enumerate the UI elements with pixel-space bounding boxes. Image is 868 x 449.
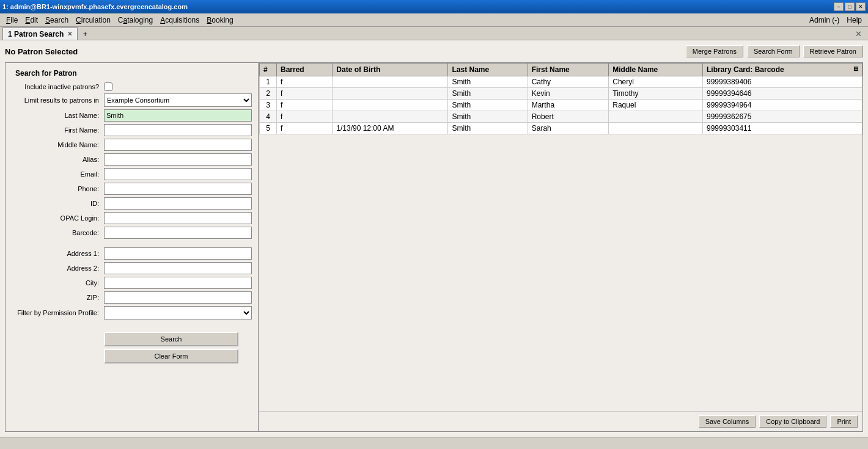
cell-barred: f [277,100,333,111]
cell-barcode: 99999394964 [703,100,862,111]
barcode-input[interactable] [104,227,252,239]
cell-num: 3 [260,100,277,111]
address2-input[interactable] [104,262,252,274]
title-bar: 1: admin@BR1-winxpvmfx.phasefx.evergreen… [0,0,868,13]
menu-booking[interactable]: Booking [203,15,237,26]
search-form-button[interactable]: Search Form [747,45,800,57]
menu-file[interactable]: File [2,15,21,26]
id-input[interactable] [104,197,252,210]
city-input[interactable] [104,277,252,289]
first-name-input[interactable] [104,124,252,136]
status-bar [0,437,868,449]
id-row: ID: [15,197,252,210]
cell-barred: f [277,88,333,100]
address1-label: Address 1: [15,250,104,257]
col-header-middle[interactable]: Middle Name [609,64,703,76]
help-menu[interactable]: Help [843,15,866,26]
table-row[interactable]: 3 f Smith Martha Raquel 99999394964 [260,100,862,111]
filter-select[interactable] [104,306,252,319]
cell-first: Kevin [528,88,609,100]
alias-row: Alias: [15,153,252,166]
header-row: No Patron Selected Merge Patrons Search … [5,45,863,57]
first-name-label: First Name: [15,126,104,134]
tab-add-button[interactable]: + [79,27,91,40]
minimize-button[interactable]: − [834,2,844,11]
title-bar-buttons: − □ ✕ [834,2,866,11]
retrieve-patron-button[interactable]: Retrieve Patron [803,45,863,57]
table-row[interactable]: 1 f Smith Cathy Cheryl 99999389406 [260,76,862,88]
zip-input[interactable] [104,291,252,304]
table-row[interactable]: 4 f Smith Robert 99999362675 [260,111,862,123]
results-bottom: Save Columns Copy to Clipboard Print [259,411,862,431]
tab-close-icon[interactable]: ✕ [67,31,72,37]
restore-button[interactable]: □ [845,2,855,11]
cell-last: Smith [448,123,528,134]
col-header-barcode[interactable]: Library Card: Barcode ⊞ [703,64,862,76]
last-name-input[interactable] [104,109,252,122]
middle-name-label: Middle Name: [15,141,104,148]
copy-to-clipboard-button[interactable]: Copy to Clipboard [759,415,826,428]
middle-name-input[interactable] [104,139,252,151]
window-close-icon[interactable]: ✕ [851,28,866,40]
address1-input[interactable] [104,247,252,260]
cell-middle [609,111,703,123]
table-row[interactable]: 5 f 1/13/90 12:00 AM Smith Sarah 9999930… [260,123,862,134]
cell-middle [609,123,703,134]
print-button[interactable]: Print [830,415,858,428]
save-columns-button[interactable]: Save Columns [699,415,756,428]
merge-patrons-button[interactable]: Merge Patrons [686,45,743,57]
cell-last: Smith [448,100,528,111]
menu-circulation[interactable]: Circulation [72,15,114,26]
cell-barred: f [277,76,333,88]
no-patron-label: No Patron Selected [5,47,78,56]
include-inactive-row: Include inactive patrons? [15,82,252,91]
cell-middle: Timothy [609,88,703,100]
include-inactive-checkbox[interactable] [104,82,112,91]
col-options-icon[interactable]: ⊞ [853,65,858,72]
title-bar-text: 1: admin@BR1-winxpvmfx.phasefx.evergreen… [2,3,188,10]
opac-login-label: OPAC Login: [15,214,104,222]
barcode-label: Barcode: [15,229,104,236]
cell-num: 4 [260,111,277,123]
tab-label: 1 Patron Search [8,30,64,38]
city-label: City: [15,279,104,287]
search-panel: Search for Patron Include inactive patro… [6,63,259,431]
menu-search[interactable]: Search [42,15,72,26]
tab-bar: 1 Patron Search ✕ + ✕ [0,27,868,40]
col-header-barred[interactable]: Barred [277,64,333,76]
menu-acquisitions[interactable]: Acquisitions [156,15,203,26]
col-header-num[interactable]: # [260,64,277,76]
cell-first: Cathy [528,76,609,88]
results-table-container: # Barred Date of Birth Last Name First N… [259,63,862,411]
menu-cataloging[interactable]: Cataloging [114,15,156,26]
cell-barcode: 99999303411 [703,123,862,134]
close-button[interactable]: ✕ [856,2,866,11]
cell-num: 5 [260,123,277,134]
tab-patron-search[interactable]: 1 Patron Search ✕ [2,27,78,40]
admin-menu[interactable]: Admin (-) [806,15,843,26]
phone-row: Phone: [15,183,252,195]
cell-barcode: 99999362675 [703,111,862,123]
cell-barcode: 99999394646 [703,88,862,100]
barcode-row: Barcode: [15,227,252,239]
email-input[interactable] [104,168,252,180]
opac-login-input[interactable] [104,212,252,224]
results-panel: # Barred Date of Birth Last Name First N… [259,63,862,431]
col-header-dob[interactable]: Date of Birth [333,64,448,76]
clear-form-button[interactable]: Clear Form [104,349,238,363]
phone-input[interactable] [104,183,252,195]
table-row[interactable]: 2 f Smith Kevin Timothy 99999394646 [260,88,862,100]
search-button[interactable]: Search [104,332,238,346]
alias-input[interactable] [104,153,252,166]
first-name-row: First Name: [15,124,252,136]
limit-results-select[interactable]: Example Consortium [104,93,252,107]
col-header-first[interactable]: First Name [528,64,609,76]
main-area: No Patron Selected Merge Patrons Search … [0,40,868,437]
cell-num: 2 [260,88,277,100]
address2-label: Address 2: [15,265,104,272]
email-row: Email: [15,168,252,180]
alias-label: Alias: [15,156,104,163]
menu-edit[interactable]: Edit [21,15,42,26]
cell-middle: Raquel [609,100,703,111]
col-header-last[interactable]: Last Name [448,64,528,76]
